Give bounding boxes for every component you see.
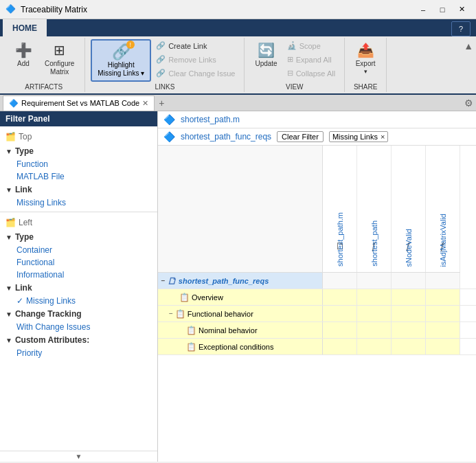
missing-links-filter-tag: Missing Links ×: [329, 131, 388, 142]
cell-root-2: [357, 273, 392, 289]
window-controls: – □ ✕: [414, 2, 471, 17]
help-button[interactable]: ?: [451, 21, 471, 36]
configure-label: ConfigureMatrix: [45, 60, 74, 76]
tab-close-button[interactable]: ✕: [142, 99, 148, 108]
artifact1-link[interactable]: shortest_path.m: [181, 115, 240, 124]
update-label: Update: [255, 60, 277, 68]
filter-top-type-header[interactable]: ▼ Type: [0, 144, 157, 158]
clear-change-issue-icon: 🔗: [156, 69, 166, 78]
folder-icon: 🗂️: [5, 132, 16, 142]
expand-icon-functional[interactable]: −: [169, 310, 173, 317]
cell-root-4: [426, 273, 460, 289]
tab-settings-button[interactable]: ⚙: [464, 98, 473, 109]
col-header-label-3[interactable]: sNodeValid: [405, 229, 413, 267]
export-label: Export: [356, 60, 376, 68]
matrix-table-wrapper[interactable]: 🗋 shortest_path.m ƒ shortest_path ƒ sNod…: [158, 146, 476, 462]
cell-overview-4: [426, 289, 460, 305]
ribbon-collapse-button[interactable]: ▲: [464, 41, 473, 52]
row-text-root: shortest_path_func_reqs: [179, 277, 269, 285]
title-bar: 🔷 Traceability Matrix – □ ✕: [0, 0, 476, 19]
filter-item-functional[interactable]: Functional: [0, 256, 157, 269]
cell-exceptional-2: [357, 339, 392, 354]
filter-change-tracking-items: With Change Issues: [0, 321, 157, 333]
scope-button[interactable]: 🔬 Scope: [284, 39, 339, 52]
close-button[interactable]: ✕: [453, 2, 471, 17]
cell-root-1: [323, 273, 357, 289]
remove-links-icon: 🔗: [156, 55, 166, 64]
table-row: 📋 Exceptional conditions: [158, 339, 476, 355]
filter-top-link-header[interactable]: ▼ Link: [0, 183, 157, 196]
row-label-nominal: 📋 Nominal behavior: [158, 322, 323, 338]
filter-top-type-label: Type: [15, 146, 34, 156]
filter-item-priority[interactable]: Priority: [0, 347, 157, 359]
filter-top-link-label: Link: [15, 185, 32, 194]
create-link-icon: 🔗: [156, 41, 166, 50]
filter-top-section: 🗂️ Top: [0, 129, 157, 144]
remove-links-button[interactable]: 🔗 Remove Links: [152, 53, 238, 66]
filter-change-tracking-label: Change Tracking: [15, 309, 82, 319]
filter-item-container[interactable]: Container: [0, 244, 157, 256]
add-tab-button[interactable]: +: [155, 98, 168, 109]
filter-left-link-header[interactable]: ▼ Link: [0, 281, 157, 295]
maximize-button[interactable]: □: [433, 2, 451, 17]
clear-change-issue-label: Clear Change Issue: [168, 69, 235, 78]
filter-item-missing-links-left[interactable]: Missing Links: [0, 295, 157, 307]
filter-panel-title: Filter Panel: [5, 114, 50, 124]
filter-top-type-items: Function MATLAB File: [0, 158, 157, 183]
minimize-button[interactable]: –: [414, 2, 432, 17]
cell-nominal-1: [323, 322, 357, 338]
filter-item-missing-links-top[interactable]: Missing Links: [0, 196, 157, 209]
export-button[interactable]: 📤 Export ▾: [350, 39, 381, 78]
export-icon: 📤: [357, 42, 374, 58]
filter-scroll-down[interactable]: ▼: [0, 451, 157, 462]
highlight-badge: 🔗 !: [112, 43, 131, 61]
expand-all-button[interactable]: ⊞ Expand All: [284, 53, 339, 66]
links-small-buttons: 🔗 Create Link 🔗 Remove Links 🔗 Clear Cha…: [152, 39, 238, 80]
ribbon-group-share: 📤 Export ▾ SHARE: [345, 38, 387, 92]
req-icon-overview: 📋: [179, 293, 190, 302]
collapse-all-button[interactable]: ⊟ Collapse All: [284, 67, 339, 80]
cell-exceptional-1: [323, 339, 357, 354]
matrix-header-row2: 🔷 shortest_path_func_reqs Clear Filter M…: [158, 128, 476, 146]
artifact2-link[interactable]: shortest_path_func_reqs: [181, 132, 271, 142]
create-link-button[interactable]: 🔗 Create Link: [152, 39, 238, 52]
clear-filter-button[interactable]: Clear Filter: [277, 131, 324, 142]
configure-matrix-button[interactable]: ⊞ ConfigureMatrix: [40, 39, 79, 79]
ribbon-tab-bar: HOME ?: [0, 19, 476, 36]
change-tracking-arrow-icon: ▼: [5, 310, 12, 318]
filter-custom-attributes-header[interactable]: ▼ Custom Attributes:: [0, 333, 157, 347]
filter-custom-attributes-label: Custom Attributes:: [15, 335, 89, 345]
filter-left-type-header[interactable]: ▼ Type: [0, 230, 157, 244]
clear-change-issue-button[interactable]: 🔗 Clear Change Issue: [152, 67, 238, 80]
filter-change-tracking-header[interactable]: ▼ Change Tracking: [0, 307, 157, 321]
col-header-1: 🗋 shortest_path.m: [323, 146, 357, 272]
col-headers: 🗋 shortest_path.m ƒ shortest_path ƒ sNod…: [323, 146, 460, 273]
ribbon-content: ➕ Add ⊞ ConfigureMatrix ARTIFACTS 🔗 ! Hi…: [0, 36, 476, 95]
filter-left-link-items: Missing Links: [0, 295, 157, 307]
filter-item-informational[interactable]: Informational: [0, 269, 157, 281]
scope-label: Scope: [299, 42, 321, 50]
add-button[interactable]: ➕ Add: [8, 39, 38, 71]
filter-item-with-change-issues[interactable]: With Change Issues: [0, 321, 157, 333]
missing-links-tag-close[interactable]: ×: [381, 133, 385, 141]
filter-item-matlab-file[interactable]: MATLAB File: [0, 170, 157, 183]
tab-req-vs-matlab[interactable]: 🔷 Requirement Set vs MATLAB Code ✕: [3, 95, 155, 111]
highlight-missing-links-button[interactable]: 🔗 ! HighlightMissing Links ▾: [91, 39, 151, 82]
filter-panel: Filter Panel 🗂️ Top ▼ Type Function MATL…: [0, 111, 158, 462]
update-button[interactable]: 🔄 Update: [250, 39, 282, 71]
req-icon-functional: 📋: [175, 309, 185, 319]
view-group-label: VIEW: [250, 82, 339, 91]
configure-icon: ⊞: [54, 42, 65, 58]
col-header-label-4[interactable]: isAdjMatrixValid: [439, 214, 447, 267]
filter-item-function[interactable]: Function: [0, 158, 157, 170]
col-header-label-2[interactable]: shortest_path: [370, 221, 378, 267]
tab-label: Requirement Set vs MATLAB Code: [21, 99, 139, 107]
req-icon-nominal: 📋: [186, 326, 196, 335]
row-cells-functional: [323, 306, 476, 321]
export-arrow: ▾: [364, 68, 367, 75]
tab-home[interactable]: HOME: [3, 19, 47, 36]
col-header-label-1[interactable]: shortest_path.m: [336, 212, 344, 267]
folder-left-icon: 🗂️: [5, 218, 16, 227]
artifacts-buttons: ➕ Add ⊞ ConfigureMatrix: [8, 39, 79, 82]
expand-icon-root[interactable]: −: [161, 277, 165, 284]
